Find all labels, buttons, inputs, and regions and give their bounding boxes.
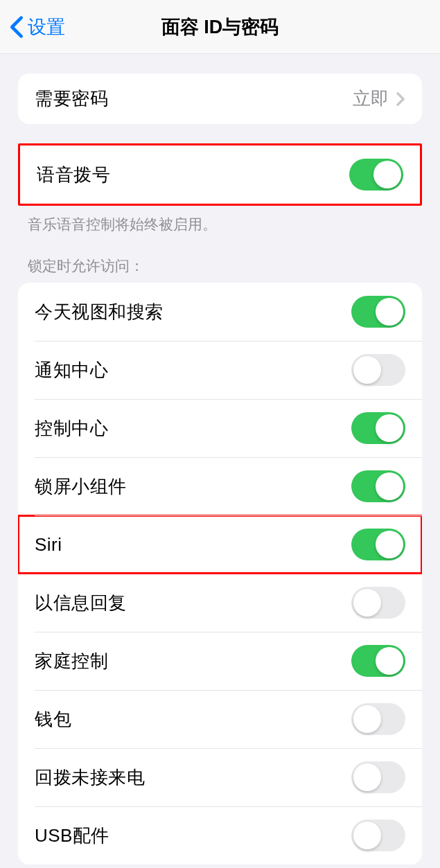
- toggle-knob: [353, 705, 381, 733]
- voice-dial-group: 语音拨号: [18, 143, 422, 206]
- lock-access-item-label: Siri: [35, 534, 62, 556]
- lock-access-item-label: 以信息回复: [35, 591, 127, 615]
- toggle-knob: [376, 414, 403, 442]
- lock-access-item-label: USB配件: [35, 824, 109, 848]
- lock-access-row: 钱包: [18, 690, 422, 748]
- chevron-left-icon: [10, 15, 24, 39]
- require-passcode-value: 立即: [353, 87, 389, 111]
- lock-access-item-label: 控制中心: [35, 416, 108, 441]
- lock-access-item-toggle[interactable]: [351, 820, 405, 851]
- voice-dial-row: 语音拨号: [20, 145, 420, 204]
- lock-access-item-label: 通知中心: [35, 358, 108, 382]
- chevron-right-icon: [396, 91, 405, 107]
- require-passcode-group: 需要密码 立即: [18, 73, 422, 124]
- lock-access-item-label: 钱包: [35, 707, 71, 732]
- lock-access-item-label: 锁屏小组件: [35, 475, 127, 499]
- toggle-knob: [373, 161, 401, 188]
- page-title: 面容 ID与密码: [161, 15, 279, 39]
- lock-access-row: 锁屏小组件: [18, 457, 422, 515]
- voice-dial-label: 语音拨号: [37, 163, 110, 187]
- require-passcode-row[interactable]: 需要密码 立即: [18, 73, 422, 124]
- lock-access-item-toggle[interactable]: [351, 761, 405, 793]
- toggle-knob: [353, 356, 381, 384]
- lock-access-header: 锁定时允许访问：: [0, 256, 440, 283]
- lock-access-row: 以信息回复: [18, 574, 422, 632]
- toggle-knob: [353, 763, 381, 791]
- toggle-knob: [353, 822, 381, 849]
- voice-dial-toggle[interactable]: [349, 159, 403, 191]
- lock-access-row: 今天视图和搜索: [18, 283, 422, 341]
- lock-access-item-label: 回拨未接来电: [35, 765, 145, 790]
- lock-access-row: 回拨未接来电: [18, 748, 422, 806]
- lock-access-row: 通知中心: [18, 341, 422, 399]
- toggle-knob: [376, 531, 403, 558]
- lock-access-item-toggle[interactable]: [351, 296, 405, 328]
- lock-access-row: 家庭控制: [18, 632, 422, 690]
- lock-access-item-toggle[interactable]: [351, 354, 405, 386]
- lock-access-row: 控制中心: [18, 399, 422, 457]
- lock-access-footer: iPhone锁定超过一小时后，需先解锁iPhone才能允许USB配件连接。: [0, 865, 440, 868]
- toggle-knob: [376, 472, 403, 500]
- toggle-knob: [353, 589, 381, 617]
- voice-dial-footer: 音乐语音控制将始终被启用。: [0, 206, 440, 234]
- lock-access-row: Siri: [18, 515, 422, 574]
- lock-access-item-label: 今天视图和搜索: [35, 300, 164, 324]
- lock-access-item-toggle[interactable]: [351, 703, 405, 735]
- lock-access-item-label: 家庭控制: [35, 649, 108, 673]
- navigation-bar: 设置 面容 ID与密码: [0, 0, 440, 54]
- require-passcode-label: 需要密码: [35, 87, 108, 111]
- toggle-knob: [376, 298, 403, 326]
- lock-access-item-toggle[interactable]: [351, 645, 405, 677]
- lock-access-item-toggle[interactable]: [351, 470, 405, 502]
- lock-access-group: 今天视图和搜索通知中心控制中心锁屏小组件Siri以信息回复家庭控制钱包回拨未接来…: [18, 283, 422, 865]
- lock-access-item-toggle[interactable]: [351, 587, 405, 619]
- toggle-knob: [376, 647, 403, 675]
- back-button[interactable]: 设置: [0, 15, 65, 39]
- lock-access-item-toggle[interactable]: [351, 529, 405, 560]
- lock-access-item-toggle[interactable]: [351, 412, 405, 444]
- back-label: 设置: [28, 15, 65, 39]
- lock-access-row: USB配件: [18, 806, 422, 865]
